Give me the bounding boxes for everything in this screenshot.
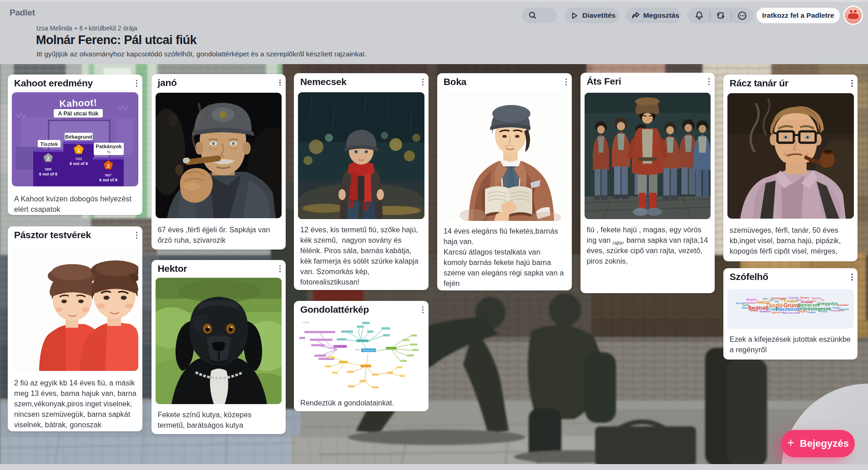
svg-text:5827: 5827 — [105, 174, 112, 177]
svg-text:Pál utca: Pál utca — [800, 296, 809, 299]
svg-text:Szeretet: Szeretet — [812, 297, 821, 300]
svg-text:Összetartás: Összetartás — [831, 309, 844, 312]
svg-text:piros: piros — [769, 299, 774, 301]
svg-text:Hektor: Hektor — [757, 300, 770, 305]
svg-text:Üvegház: Üvegház — [798, 310, 807, 313]
svg-text:Farbnk: Farbnk — [807, 311, 815, 314]
svg-text:5859: 5859 — [45, 168, 52, 171]
svg-text:7222: 7222 — [76, 157, 82, 160]
svg-text:🐀: 🐀 — [106, 149, 111, 155]
svg-text:8 out of 8: 8 out of 8 — [70, 161, 88, 166]
svg-text:Üveggolyó: Üveggolyó — [817, 301, 838, 306]
svg-text:Tisztek: Tisztek — [40, 141, 58, 146]
svg-text:Boka: Boka — [742, 306, 747, 309]
svg-text:Feri: Feri — [797, 299, 801, 301]
svg-text:1: 1 — [77, 148, 80, 153]
svg-text:6 out of 8: 6 out of 8 — [39, 172, 57, 176]
svg-text:Patkányok: Patkányok — [96, 144, 122, 149]
svg-text:Budapest: Budapest — [760, 310, 771, 313]
svg-text:sikd: sikd — [812, 300, 816, 302]
svg-text:Kolnay: Kolnay — [820, 310, 828, 313]
svg-text:Pál utcai fiúk: Pál utcai fiúk — [363, 349, 374, 351]
svg-text:6 out of 8: 6 out of 8 — [99, 178, 117, 182]
svg-text:Tót: Tót — [821, 299, 824, 301]
svg-text:A Pál utcai fiúk: A Pál utcai fiúk — [58, 110, 98, 117]
svg-text:Mária utca sarka: Mária utca sarka — [782, 311, 800, 314]
svg-text:mapp: mapp — [303, 321, 310, 324]
svg-text:Gitt: Gitt — [775, 300, 778, 303]
svg-text:2: 2 — [47, 156, 50, 161]
svg-text:Kahoot!: Kahoot! — [59, 97, 97, 109]
svg-text:Harc: Harc — [763, 297, 768, 300]
svg-text:Farakás: Farakás — [749, 309, 758, 312]
svg-text:Haza: Haza — [779, 298, 785, 301]
svg-text:Aggódás: Aggódás — [771, 311, 781, 314]
svg-text:Megfélés: Megfélés — [747, 298, 757, 301]
svg-text:Árulás: Árulás — [801, 300, 813, 304]
svg-text:Békagrund: Békagrund — [65, 134, 92, 139]
svg-text:3: 3 — [107, 163, 110, 169]
